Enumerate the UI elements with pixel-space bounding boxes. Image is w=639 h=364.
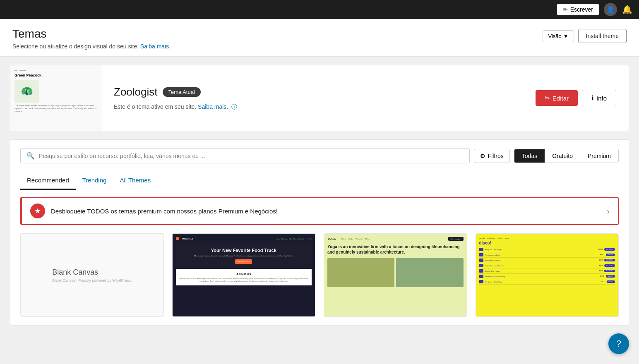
disco-nav: agenda residents ▾ stories about (479, 237, 615, 239)
themes-grid: Blank Canvas Blank Canvas · Proudly powe… (20, 233, 619, 317)
yuga-headline: Yuga is an innovative firm with a focus … (327, 244, 464, 255)
theme-name: Zoologist (114, 86, 158, 98)
munchies-preview: MUNCHIES Home About Us Blog Menu Contact… (173, 234, 315, 316)
ft-nav: MUNCHIES Home About Us Blog Menu Contact… (176, 237, 312, 240)
yuga-img-1 (327, 258, 394, 287)
page-header: Temas Selecione ou atualize o design vis… (0, 19, 639, 57)
help-icon[interactable]: ⓘ (231, 103, 237, 110)
theme-title-row: Zoologist Tema Atual (114, 86, 511, 98)
page-header-left: Temas Selecione ou atualize o design vis… (12, 27, 171, 50)
user-avatar[interactable]: 👤 (604, 3, 617, 16)
theme-preview-title: Green Peacock (14, 73, 97, 78)
filter-tabs: Todas Gratuito Premium (514, 149, 619, 163)
gear-icon: ⚙ (480, 153, 485, 159)
disco-event-6: Simple Acts (Live W/ Band) APR 30 WAITLI… (479, 274, 615, 279)
yuga-nav: YUGA Home Studio Projects ▾ News Start a… (327, 237, 464, 241)
topbar: ✏ Escrever 👤 🔔 (0, 0, 639, 19)
disco-event-7: Harry Lim + Mrs. Magic APR 22 BUY TI... (479, 279, 615, 285)
chevron-right-icon: › (607, 206, 610, 216)
theme-description: Este é o tema ativo em seu site. Saiba m… (114, 103, 511, 111)
current-theme-badge: Tema Atual (163, 87, 201, 97)
premium-star-icon: ★ (30, 204, 45, 218)
filter-tab-gratuito[interactable]: Gratuito (545, 149, 580, 163)
blank-canvas-preview: Blank Canvas Blank Canvas · Proudly powe… (21, 234, 163, 316)
search-row: 🔍 ⚙ Filtros Todas Gratuito Premium (20, 148, 619, 163)
search-input[interactable] (39, 153, 464, 159)
disco-event-1: Harry Lim + Mrs. Magic MAY 14 BUY TICKET (479, 247, 615, 252)
disco-preview: agenda residents ▾ stories about disco! … (476, 234, 619, 316)
edit-button[interactable]: ✂ Editar (536, 90, 578, 106)
disco-logo: disco! (479, 241, 615, 245)
theme-learn-more-link[interactable]: Saiba mais. (198, 103, 228, 110)
theme-preview-inner: ━━━━━━━━━━━ Green Peacock 🦚 The theme se… (14, 69, 97, 113)
page-header-right: Visão ▼ Install theme (543, 29, 627, 43)
premium-banner-text: Desbloqueie TODOS os temas premium com n… (51, 208, 601, 215)
theme-card-yuga[interactable]: YUGA Home Studio Projects ▾ News Start a… (324, 233, 467, 317)
filter-tab-premium[interactable]: Premium (580, 149, 618, 163)
disco-event-2: The Voyagers (Live) MAY 13 WAITLIST (479, 252, 615, 258)
ft-about: About Us We're creators at heart. And bu… (176, 269, 312, 285)
write-label: Escrever (570, 6, 593, 13)
filter-tab-todas[interactable]: Todas (514, 149, 545, 163)
theme-preview-text: The theme seeks to take the reader on a … (14, 104, 97, 113)
visao-button[interactable]: Visão ▼ (543, 30, 574, 42)
current-theme-section: ━━━━━━━━━━━ Green Peacock 🦚 The theme se… (10, 65, 629, 131)
pen-icon: ✏ (563, 6, 568, 13)
write-button[interactable]: ✏ Escrever (557, 4, 599, 15)
peacock-image: 🦚 (14, 80, 39, 103)
tab-recommended[interactable]: Recommended (20, 172, 76, 190)
filters-button[interactable]: ⚙ Filtros (474, 149, 510, 163)
info-button[interactable]: ℹ Info (582, 90, 616, 106)
yuga-img-2 (396, 258, 463, 287)
themes-browser: 🔍 ⚙ Filtros Todas Gratuito Premium Recom… (10, 139, 629, 326)
theme-actions: ✂ Editar ℹ Info (523, 80, 629, 116)
ft-logo-icon (176, 237, 179, 240)
theme-preview: ━━━━━━━━━━━ Green Peacock 🦚 The theme se… (10, 65, 101, 131)
yuga-preview: YUGA Home Studio Projects ▾ News Start a… (324, 234, 467, 316)
search-icon: 🔍 (26, 152, 35, 160)
tab-trending[interactable]: Trending (76, 172, 113, 190)
theme-info: Zoologist Tema Atual Este é o tema ativo… (101, 65, 523, 131)
premium-banner[interactable]: ★ Desbloqueie TODOS os temas premium com… (20, 197, 619, 225)
install-theme-button[interactable]: Install theme (578, 29, 627, 43)
chevron-down-icon: ▼ (563, 33, 569, 39)
info-icon: ℹ (591, 94, 594, 102)
search-box: 🔍 (20, 148, 470, 163)
blank-canvas-sub: Blank Canvas · Proudly powered by WordPr… (52, 278, 132, 283)
nav-tabs: Recommended Trending All Themes (20, 172, 619, 190)
theme-card-munchies[interactable]: MUNCHIES Home About Us Blog Menu Contact… (172, 233, 316, 317)
disco-events-list: Harry Lim + Mrs. Magic MAY 14 BUY TICKET… (479, 247, 615, 285)
learn-more-link[interactable]: Saiba mais. (140, 43, 171, 50)
page-description: Selecione ou atualize o design visual do… (12, 43, 171, 50)
page-title: Temas (12, 27, 171, 41)
notification-bell-icon[interactable]: 🔔 (622, 5, 632, 14)
edit-icon: ✂ (545, 94, 550, 102)
yuga-images (327, 258, 464, 287)
disco-event-3: Miels High + Benny S MAY 7 BUY TICKET (479, 258, 615, 263)
theme-card-disco[interactable]: agenda residents ▾ stories about disco! … (476, 233, 619, 317)
tab-all-themes[interactable]: All Themes (113, 172, 157, 190)
theme-card-blank-canvas[interactable]: Blank Canvas Blank Canvas · Proudly powe… (20, 233, 164, 317)
disco-event-4: Jo Joachim + DJ Mina Fox MAY 6 BUY TICKE… (479, 263, 615, 268)
blank-canvas-label: Blank Canvas (52, 268, 132, 277)
ft-hero: Your New Favorite Food Truck Albuquerque… (176, 243, 312, 269)
help-button[interactable]: ? (608, 333, 629, 334)
disco-event-5: Mambo & Dr. House MAY 6 BUY TICKET (479, 268, 615, 274)
